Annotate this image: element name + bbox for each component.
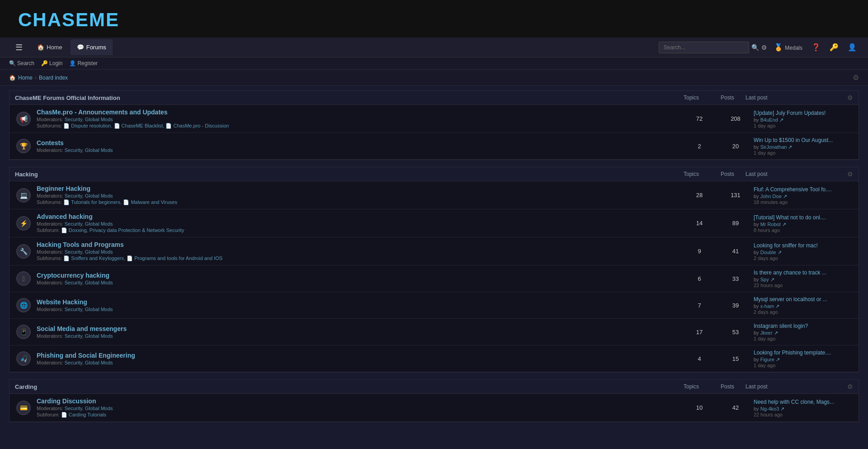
forum-name-advanced[interactable]: Advanced hacking	[37, 213, 93, 220]
forum-mods-website: Moderators: Security, Global Mods	[37, 307, 677, 312]
last-post-author-phishing[interactable]: Figure	[760, 357, 774, 362]
subforum-malware[interactable]: 📄 Malware and Viruses	[123, 199, 177, 205]
forum-name-phishing[interactable]: Phishing and Social Engineering	[37, 352, 135, 359]
subforum-blacklist[interactable]: 📄 ChaseME Blacklist	[114, 123, 163, 128]
section-settings-carding[interactable]: ⚙	[847, 383, 853, 390]
mod-security-adv[interactable]: Security	[65, 221, 82, 227]
mod-globalmods-tools[interactable]: Global Mods	[85, 249, 113, 255]
search-advanced-button[interactable]: ⚙	[761, 44, 767, 51]
last-post-arrow-card[interactable]: ↗	[780, 406, 784, 411]
subforum-discussion[interactable]: 📄 ChasMe.pro - Discussion	[165, 123, 229, 128]
last-post-author-contests[interactable]: SirJonathan	[760, 144, 787, 150]
nav-menu-toggle[interactable]: ☰	[9, 38, 29, 57]
last-post-arrow-soc[interactable]: ↗	[774, 330, 778, 336]
mod-security-ann[interactable]: Security	[65, 117, 82, 122]
mod-globalmods-crypto[interactable]: Global Mods	[85, 280, 113, 285]
last-post-title-announcements[interactable]: [Update] July Forum Updates!	[754, 110, 826, 116]
last-post-author-social[interactable]: Jkeer	[760, 330, 773, 336]
search-button[interactable]: 🔍	[751, 44, 759, 51]
forum-name-announcements[interactable]: ChasMe.pro - Announcements and Updates	[37, 109, 168, 116]
mod-globalmods-phi[interactable]: Global Mods	[85, 360, 113, 365]
nav-home[interactable]: 🏠 Home	[31, 39, 69, 55]
last-post-title-carding[interactable]: Need help with CC clone, Mags...	[754, 399, 834, 405]
quick-login[interactable]: 🔑 Login	[41, 60, 62, 66]
last-post-arrow-web[interactable]: ↗	[775, 303, 779, 309]
subforum-doxxing[interactable]: 📄 Doxxing, Privacy data Protection & Net…	[61, 227, 184, 233]
forum-row-crypto: ₿ Cryptocurrency hacking Moderators: Sec…	[9, 265, 859, 292]
last-post-title-website[interactable]: Mysql server on localhost or ...	[754, 296, 827, 302]
mod-security-soc[interactable]: Security	[65, 333, 82, 339]
last-post-time-tools: 2 days ago	[754, 255, 853, 261]
last-post-arrow-phi[interactable]: ↗	[776, 357, 780, 362]
last-post-author-carding[interactable]: Ng-4ko3	[760, 406, 779, 411]
mod-globalmods-card[interactable]: Global Mods	[85, 406, 113, 411]
forum-name-website[interactable]: Website Hacking	[37, 298, 87, 306]
subforum-tutorials[interactable]: 📄 Tutorials for beginners	[63, 199, 120, 205]
section-header-hacking: Hacking Topics Posts Last post ⚙	[9, 167, 859, 181]
forum-subforums-tools: Subforums: 📄 Sniffers and Keyloggers, 📄 …	[37, 255, 677, 261]
login-icon[interactable]: 🔑	[827, 41, 841, 54]
last-post-title-contests[interactable]: Win Up to $1500 in Our August...	[754, 137, 833, 143]
mod-globalmods-beg[interactable]: Global Mods	[85, 193, 113, 199]
forum-row-beginner-hacking: 💻 Beginner Hacking Moderators: Security,…	[9, 181, 859, 209]
last-post-title-crypto[interactable]: Is there any chance to track ...	[754, 269, 826, 276]
medals-icon[interactable]: 🏅 Medals	[772, 41, 805, 54]
last-post-title-beginner[interactable]: Fluf: A Comprehensive Tool fo....	[754, 186, 832, 193]
forum-name-social[interactable]: Social Media and messengers	[37, 325, 127, 332]
forum-icon-circle-social: 📱	[16, 325, 31, 339]
last-post-arrow-ann[interactable]: ↗	[779, 117, 783, 123]
last-post-title-advanced[interactable]: [Tutorial] What not to do onl....	[754, 214, 826, 221]
quick-search[interactable]: 🔍 Search	[9, 60, 34, 66]
subforum-sniffers[interactable]: 📄 Sniffers and Keyloggers	[63, 255, 124, 261]
mod-globalmods-cont[interactable]: Global Mods	[85, 147, 113, 153]
last-post-title-phishing[interactable]: Looking for Phishing template....	[754, 350, 831, 356]
mod-security-phi[interactable]: Security	[65, 360, 82, 365]
forum-name-beginner[interactable]: Beginner Hacking	[37, 185, 90, 192]
register-icon[interactable]: 👤	[845, 41, 859, 54]
subforum-dispute[interactable]: 📄 Dispute resolution	[63, 123, 111, 128]
mod-security-crypto[interactable]: Security	[65, 280, 82, 285]
mod-security-cont[interactable]: Security	[65, 147, 82, 153]
forum-name-carding[interactable]: Carding Discussion	[37, 397, 96, 405]
mod-globalmods-web[interactable]: Global Mods	[85, 307, 113, 312]
mod-security-tools[interactable]: Security	[65, 249, 82, 255]
subforum-carding-tutorials[interactable]: 📄 Carding Tutorials	[61, 412, 106, 417]
nav-forums[interactable]: 💬 Forums	[71, 39, 113, 55]
last-post-arrow-beg[interactable]: ↗	[783, 194, 787, 199]
last-post-author-announcements[interactable]: B4uEnd	[760, 117, 778, 123]
forum-name-contests[interactable]: Contests	[37, 139, 64, 147]
last-post-author-website[interactable]: x-ham	[760, 303, 774, 309]
search-input[interactable]	[659, 42, 749, 53]
forum-row-announcements: 📢 ChasMe.pro - Announcements and Updates…	[9, 105, 859, 133]
section-header-official: ChaseME Forums Official Information Topi…	[9, 91, 859, 105]
forum-last-advanced: [Tutorial] What not to do onl.... by Mr …	[754, 214, 853, 233]
breadcrumb-settings-icon[interactable]: ⚙	[853, 73, 859, 82]
search-bar-top: 🔍 ⚙	[659, 42, 767, 53]
section-settings-hacking[interactable]: ⚙	[847, 170, 853, 178]
section-title-hacking: Hacking	[15, 171, 673, 178]
mod-globalmods-soc[interactable]: Global Mods	[85, 333, 113, 339]
last-post-arrow-cont[interactable]: ↗	[788, 144, 792, 150]
mod-security-web[interactable]: Security	[65, 307, 82, 312]
subforum-programs[interactable]: 📄 Programs and tools for Android and IOS	[127, 255, 222, 261]
mod-security-card[interactable]: Security	[65, 406, 82, 411]
mod-globalmods-ann[interactable]: Global Mods	[85, 117, 113, 122]
last-post-author-beginner[interactable]: John Doe	[760, 194, 782, 199]
forum-name-tools[interactable]: Hacking Tools and Programs	[37, 241, 124, 248]
last-post-author-tools[interactable]: Double	[760, 250, 776, 255]
last-post-arrow-crypto[interactable]: ↗	[770, 277, 774, 282]
quick-register[interactable]: 👤 Register	[69, 60, 98, 66]
section-settings-official[interactable]: ⚙	[847, 94, 853, 101]
breadcrumb-home-link[interactable]: Home	[18, 75, 33, 81]
mod-globalmods-adv[interactable]: Global Mods	[85, 221, 113, 227]
forum-name-crypto[interactable]: Cryptocurrency hacking	[37, 272, 109, 279]
last-post-title-tools[interactable]: Looking for sniffer for mac!	[754, 242, 818, 249]
last-post-author-advanced[interactable]: Mr Robot	[760, 222, 781, 227]
last-post-title-social[interactable]: Instagram silent login?	[754, 323, 808, 329]
last-post-arrow-adv[interactable]: ↗	[782, 222, 786, 227]
faq-icon[interactable]: ❓	[809, 41, 823, 54]
mod-security-beg[interactable]: Security	[65, 193, 82, 199]
breadcrumb-board-link[interactable]: Board index	[39, 75, 68, 81]
last-post-author-crypto[interactable]: Spy	[760, 277, 769, 282]
last-post-arrow-tools[interactable]: ↗	[778, 250, 782, 255]
